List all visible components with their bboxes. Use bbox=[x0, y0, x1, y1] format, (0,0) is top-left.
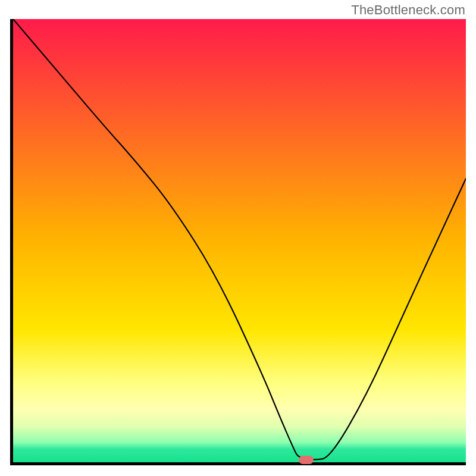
optimum-marker bbox=[299, 456, 314, 464]
chart-gradient-background bbox=[13, 19, 466, 462]
chart-plot-area bbox=[10, 19, 466, 465]
watermark-text: TheBottleneck.com bbox=[351, 2, 465, 18]
chart-svg bbox=[10, 19, 466, 465]
chart-container: TheBottleneck.com bbox=[0, 0, 476, 476]
